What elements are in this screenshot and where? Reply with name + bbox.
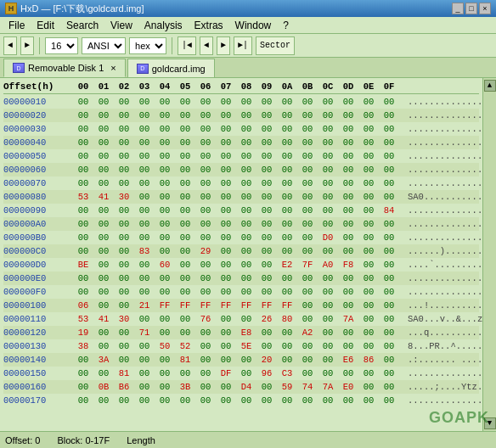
byte-4-2[interactable]: 00 xyxy=(114,151,134,161)
byte-9-14[interactable]: 00 xyxy=(358,219,379,229)
byte-14-11[interactable]: 00 xyxy=(297,287,318,297)
byte-17-0[interactable]: 19 xyxy=(73,328,93,338)
byte-21-4[interactable]: 00 xyxy=(155,382,175,392)
byte-8-3[interactable]: 00 xyxy=(134,205,155,216)
close-button[interactable]: × xyxy=(479,3,491,14)
byte-0-2[interactable]: 00 xyxy=(114,97,134,107)
byte-20-5[interactable]: 00 xyxy=(175,368,195,378)
byte-1-8[interactable]: 00 xyxy=(236,110,256,120)
byte-12-1[interactable]: 00 xyxy=(93,260,114,270)
byte-21-8[interactable]: D4 xyxy=(236,382,256,392)
byte-22-10[interactable]: 00 xyxy=(277,395,297,406)
byte-7-4[interactable]: 00 xyxy=(155,192,175,202)
encoding-select[interactable]: ANSI xyxy=(82,37,126,54)
byte-10-3[interactable]: 00 xyxy=(134,232,155,243)
byte-5-14[interactable]: 00 xyxy=(358,165,379,175)
byte-3-1[interactable]: 00 xyxy=(93,137,114,148)
byte-22-1[interactable]: 00 xyxy=(93,395,114,406)
byte-22-11[interactable]: 00 xyxy=(297,395,318,406)
byte-21-2[interactable]: B6 xyxy=(114,382,134,392)
byte-16-3[interactable]: 00 xyxy=(134,314,155,324)
byte-12-7[interactable]: 00 xyxy=(216,260,236,270)
byte-20-12[interactable]: 00 xyxy=(318,368,338,378)
byte-14-4[interactable]: 00 xyxy=(155,287,175,297)
byte-10-2[interactable]: 00 xyxy=(114,232,134,243)
byte-10-10[interactable]: 00 xyxy=(277,232,297,243)
tab-1[interactable]: Dgoldcard.img xyxy=(127,59,215,77)
byte-16-4[interactable]: 00 xyxy=(155,314,175,324)
byte-15-12[interactable]: 00 xyxy=(318,300,338,311)
vertical-scrollbar[interactable]: ▲ ▼ xyxy=(482,78,496,431)
byte-15-10[interactable]: FF xyxy=(277,300,297,311)
byte-16-13[interactable]: 7A xyxy=(338,314,358,324)
byte-14-13[interactable]: 00 xyxy=(338,287,358,297)
byte-7-12[interactable]: 00 xyxy=(318,192,338,202)
byte-17-6[interactable]: 00 xyxy=(195,328,216,338)
byte-5-4[interactable]: 00 xyxy=(155,165,175,175)
byte-0-14[interactable]: 00 xyxy=(358,97,379,107)
tab-0[interactable]: DRemovable Disk 1× xyxy=(3,59,126,77)
byte-4-0[interactable]: 00 xyxy=(73,151,93,161)
byte-15-7[interactable]: FF xyxy=(216,300,236,311)
byte-19-8[interactable]: 00 xyxy=(236,355,256,365)
byte-3-3[interactable]: 00 xyxy=(134,137,155,148)
byte-0-13[interactable]: 00 xyxy=(338,97,358,107)
byte-14-7[interactable]: 00 xyxy=(216,287,236,297)
byte-7-14[interactable]: 00 xyxy=(358,192,379,202)
byte-20-8[interactable]: 00 xyxy=(236,368,256,378)
byte-10-7[interactable]: 00 xyxy=(216,232,236,243)
byte-19-3[interactable]: 00 xyxy=(134,355,155,365)
byte-7-3[interactable]: 00 xyxy=(134,192,155,202)
byte-17-8[interactable]: E8 xyxy=(236,328,256,338)
menu-item-analysis[interactable]: Analysis xyxy=(139,18,188,33)
byte-19-14[interactable]: 86 xyxy=(358,355,379,365)
byte-2-0[interactable]: 00 xyxy=(73,124,93,134)
byte-15-14[interactable]: 00 xyxy=(358,300,379,311)
byte-9-12[interactable]: 00 xyxy=(318,219,338,229)
byte-11-12[interactable]: 00 xyxy=(318,246,338,256)
byte-10-4[interactable]: 00 xyxy=(155,232,175,243)
byte-13-11[interactable]: 00 xyxy=(297,273,318,283)
byte-6-11[interactable]: 00 xyxy=(297,178,318,188)
byte-5-15[interactable]: 00 xyxy=(379,165,399,175)
byte-22-9[interactable]: 00 xyxy=(256,395,277,406)
byte-1-0[interactable]: 00 xyxy=(73,110,93,120)
byte-22-4[interactable]: 00 xyxy=(155,395,175,406)
byte-5-1[interactable]: 00 xyxy=(93,165,114,175)
byte-9-11[interactable]: 00 xyxy=(297,219,318,229)
byte-5-2[interactable]: 00 xyxy=(114,165,134,175)
byte-20-3[interactable]: 00 xyxy=(134,368,155,378)
byte-2-4[interactable]: 00 xyxy=(155,124,175,134)
scroll-up-btn[interactable]: ▲ xyxy=(484,80,496,92)
byte-5-10[interactable]: 00 xyxy=(277,165,297,175)
byte-7-1[interactable]: 41 xyxy=(93,192,114,202)
byte-8-0[interactable]: 00 xyxy=(73,205,93,216)
byte-3-13[interactable]: 00 xyxy=(338,137,358,148)
byte-11-0[interactable]: 00 xyxy=(73,246,93,256)
byte-13-12[interactable]: 00 xyxy=(318,273,338,283)
byte-9-8[interactable]: 00 xyxy=(236,219,256,229)
byte-19-5[interactable]: 81 xyxy=(175,355,195,365)
byte-7-7[interactable]: 00 xyxy=(216,192,236,202)
byte-0-15[interactable]: 00 xyxy=(379,97,399,107)
byte-17-11[interactable]: A2 xyxy=(297,328,318,338)
byte-3-9[interactable]: 00 xyxy=(256,137,277,148)
byte-2-1[interactable]: 00 xyxy=(93,124,114,134)
byte-18-4[interactable]: 50 xyxy=(155,341,175,351)
byte-8-6[interactable]: 00 xyxy=(195,205,216,216)
byte-1-7[interactable]: 00 xyxy=(216,110,236,120)
byte-18-0[interactable]: 38 xyxy=(73,341,93,351)
byte-21-13[interactable]: E0 xyxy=(338,382,358,392)
byte-19-11[interactable]: 00 xyxy=(297,355,318,365)
byte-12-8[interactable]: 00 xyxy=(236,260,256,270)
byte-8-9[interactable]: 00 xyxy=(256,205,277,216)
byte-16-9[interactable]: 26 xyxy=(256,314,277,324)
byte-20-2[interactable]: 81 xyxy=(114,368,134,378)
byte-19-1[interactable]: 3A xyxy=(93,355,114,365)
byte-13-4[interactable]: 00 xyxy=(155,273,175,283)
byte-9-1[interactable]: 00 xyxy=(93,219,114,229)
byte-22-6[interactable]: 00 xyxy=(195,395,216,406)
byte-10-14[interactable]: 00 xyxy=(358,232,379,243)
byte-22-2[interactable]: 00 xyxy=(114,395,134,406)
byte-19-7[interactable]: 00 xyxy=(216,355,236,365)
